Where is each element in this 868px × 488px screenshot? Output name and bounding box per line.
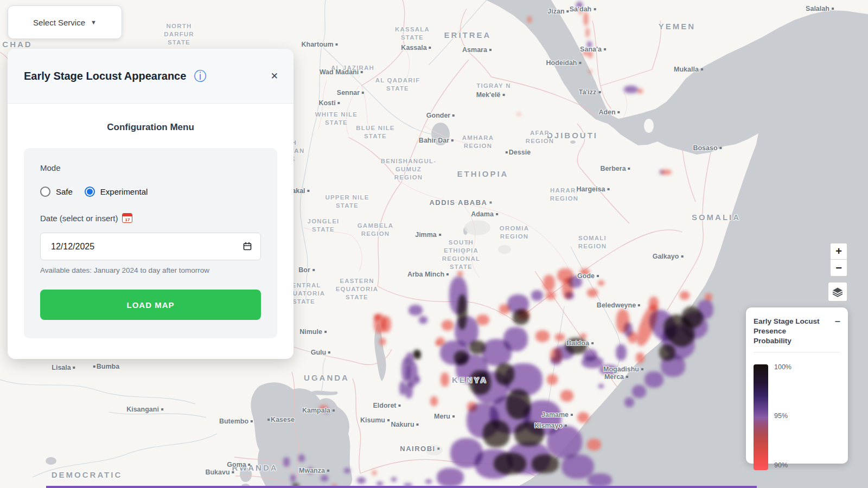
date-input[interactable] <box>40 233 261 260</box>
chevron-down-icon: ▼ <box>91 19 97 25</box>
config-menu-title: Configuration Menu <box>8 122 293 133</box>
legend-tick-95: 95% <box>774 412 792 420</box>
date-label: Date (select or insert) <box>40 214 118 223</box>
config-panel: Early Stage Locust Appearance ⓘ ✕ Config… <box>8 49 293 359</box>
panel-title: Early Stage Locust Appearance <box>24 70 186 82</box>
legend-divider <box>754 352 840 352</box>
zoom-out-button[interactable]: − <box>831 260 847 276</box>
radio-safe-label: Safe <box>56 187 73 196</box>
legend-tick-100: 100% <box>774 363 792 371</box>
config-card: Mode Safe Experimental Date (select or i… <box>24 148 277 338</box>
collapse-icon[interactable]: − <box>834 319 840 324</box>
legend-gradient-bar <box>754 364 768 470</box>
legend-title: Early Stage Locust Presence Probability <box>754 317 824 346</box>
calendar-icon[interactable] <box>242 241 252 251</box>
mode-option-experimental[interactable]: Experimental <box>85 187 148 197</box>
calendar-emoji-icon: 17 <box>122 213 132 223</box>
layers-icon <box>832 287 844 297</box>
legend-ticks: 100% 95% 90% <box>774 364 792 470</box>
select-service-label: Select Service <box>33 18 85 27</box>
panel-header: Early Stage Locust Appearance ⓘ ✕ <box>8 49 293 104</box>
info-icon[interactable]: ⓘ <box>194 70 206 82</box>
date-input-wrap <box>40 233 261 260</box>
radio-experimental-label: Experimental <box>100 187 148 196</box>
mode-options: Safe Experimental <box>40 187 261 197</box>
date-hint: Available dates: January 2024 to day aft… <box>40 266 261 274</box>
select-service-button[interactable]: Select Service ▼ <box>8 5 122 39</box>
date-label-row: Date (select or insert) 17 <box>40 213 261 223</box>
legend-panel: Early Stage Locust Presence Probability … <box>746 307 848 464</box>
radio-safe[interactable] <box>40 187 50 197</box>
load-map-button[interactable]: LOAD MAP <box>40 290 261 320</box>
radio-experimental[interactable] <box>85 187 95 197</box>
mode-option-safe[interactable]: Safe <box>40 187 73 197</box>
legend-header: Early Stage Locust Presence Probability … <box>754 317 840 346</box>
zoom-control: + − <box>829 242 848 277</box>
mode-label: Mode <box>40 163 261 172</box>
locust-map-app: CHADERITREAYEMENETHIOPIADJIBOUTISOMALIAU… <box>0 0 868 488</box>
legend-body: 100% 95% 90% <box>754 364 840 470</box>
heatmap-bottom-strip <box>46 486 757 488</box>
legend-tick-90: 90% <box>774 461 792 469</box>
layers-button[interactable] <box>827 281 848 302</box>
zoom-in-button[interactable]: + <box>831 243 847 260</box>
close-icon[interactable]: ✕ <box>269 68 280 84</box>
